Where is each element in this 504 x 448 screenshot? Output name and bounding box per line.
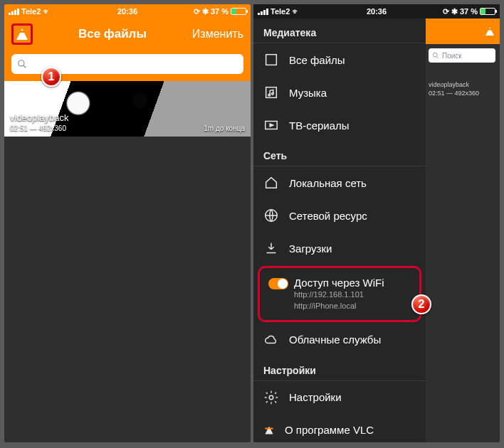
svg-rect-5 [266,87,277,98]
menu-downloads[interactable]: Загрузки [253,232,426,265]
vlc-cone-icon [16,28,28,40]
video-item[interactable]: videoplayback 02:51 — 492x360 1m до конц… [4,81,251,137]
video-meta: 02:51 — 492x360 [10,124,66,132]
video-title: videoplayback [10,112,245,123]
section-settings: Настройки [253,356,426,381]
menu-about[interactable]: О программе VLC [253,414,426,443]
vlc-cone-icon [485,27,494,36]
wifi-title: Доступ через WiFi [294,277,384,289]
menu-button[interactable] [11,23,33,45]
svg-rect-4 [266,55,277,65]
wifi-url-2: http://iPhone.local [294,302,356,311]
globe-icon [263,208,279,223]
background-content: Поиск videoplayback02:51 — 492x360 [424,18,500,100]
callout-badge-2: 2 [411,294,431,314]
svg-point-6 [268,94,271,96]
cloud-icon [263,332,279,348]
carrier: Tele2 [271,7,290,16]
search-input-peek[interactable]: Поиск [429,48,495,63]
clock: 20:36 [117,7,137,16]
callout-badge-1: 1 [41,67,61,87]
clock: 20:36 [367,7,387,16]
video-remaining: 1m до конца [204,124,245,132]
svg-line-3 [436,56,439,58]
svg-point-10 [269,395,273,400]
music-icon [263,85,279,100]
svg-point-2 [433,53,437,57]
header: Все файлы Изменить [4,18,251,50]
menu-music[interactable]: Музыка [253,76,426,109]
wifi-highlight: Доступ через WiFi http://192.168.1.101 h… [258,266,421,322]
menu-network-resource[interactable]: Сетевой ресурс [253,199,426,232]
tv-icon [263,117,279,133]
page-title: Все файлы [78,27,147,41]
svg-line-1 [23,65,26,68]
peek-video-title: videoplayback [429,81,495,90]
svg-point-0 [19,60,24,66]
gear-icon [263,390,279,405]
svg-point-7 [271,92,273,95]
wifi-url-1: http://192.168.1.101 [294,290,364,300]
menu-all-files[interactable]: Все файлы [253,43,426,76]
status-bar: Tele2ᯤ 20:36 ⟳✱37 % [253,4,500,18]
carrier: Tele2 [21,7,41,16]
menu-local-network[interactable]: Локальная сеть [253,166,426,199]
search-icon [17,59,27,69]
screenshot-right: Tele2ᯤ 20:36 ⟳✱37 % Поиск videoplayback0… [253,4,500,442]
screenshot-left: Tele2ᯤ 20:36 ⟳✱37 % Все файлы Изменить 1… [4,4,251,442]
status-bar: Tele2ᯤ 20:36 ⟳✱37 % [4,4,251,18]
files-icon [263,52,279,68]
download-icon [263,240,279,256]
menu-wifi-access[interactable]: Доступ через WiFi http://192.168.1.101 h… [260,268,419,320]
peek-video-meta: 02:51 — 492x360 [429,90,495,98]
menu-settings[interactable]: Настройки [253,381,426,414]
battery-pct: 37 % [211,7,229,16]
battery-pct: 37 % [460,7,478,16]
home-icon [263,175,279,191]
vlc-cone-icon [265,426,273,434]
menu-tv[interactable]: ТВ-сериалы [253,109,426,142]
side-menu: Медиатека Все файлы Музыка ТВ-сериалы Се… [253,18,426,442]
section-media: Медиатека [253,18,426,43]
edit-button[interactable]: Изменить [192,28,243,41]
wifi-toggle[interactable] [268,278,288,289]
menu-cloud[interactable]: Облачные службы [253,324,426,356]
section-network: Сеть [253,142,426,166]
